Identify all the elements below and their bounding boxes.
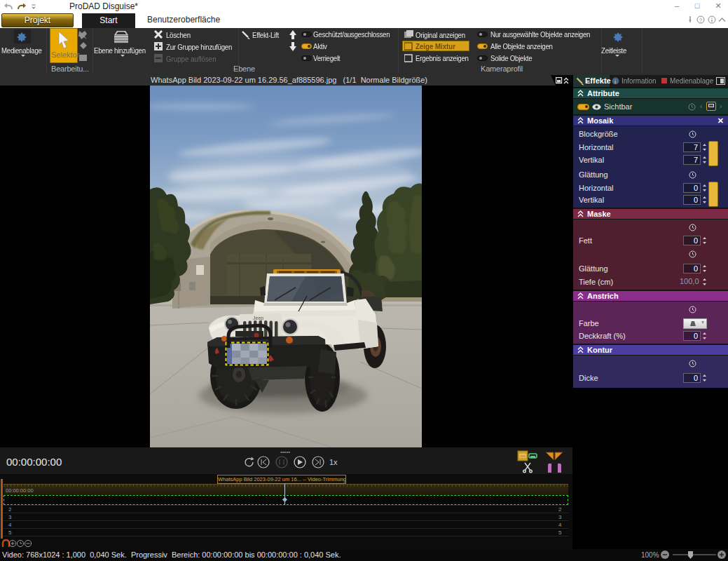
svg-text:1x: 1x	[329, 458, 338, 466]
svg-text:Jeep: Jeep	[253, 316, 263, 321]
svg-text:?: ?	[699, 17, 703, 23]
